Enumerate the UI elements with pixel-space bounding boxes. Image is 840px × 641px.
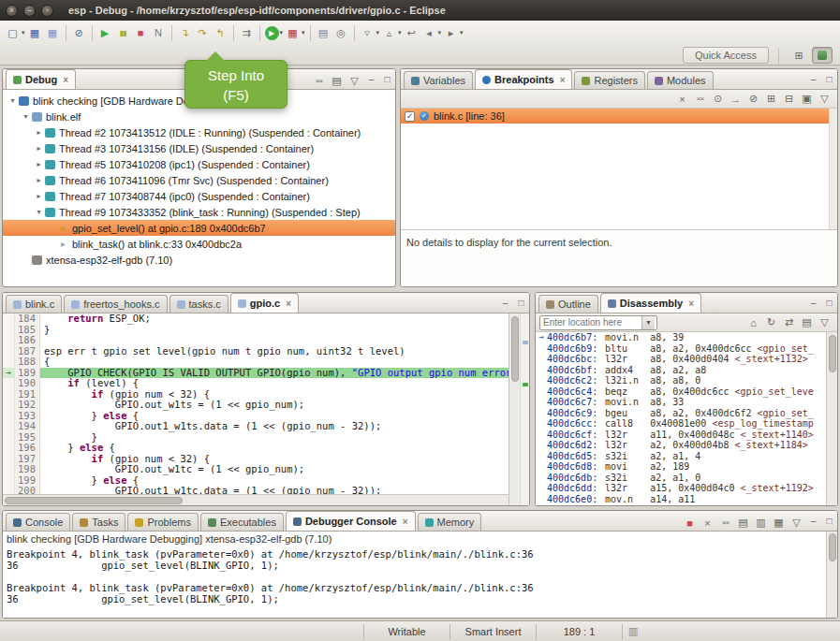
back-menu-icon[interactable]: ▾ [438,29,442,36]
step-return-icon[interactable]: ↰ [213,25,228,41]
sync-with-debug-context-icon[interactable]: ⇄ [781,314,797,330]
step-into-icon[interactable]: ↴ [177,25,193,41]
tree-expander-icon[interactable]: ▾ [7,96,19,105]
view-menu-icon[interactable]: ▽ [817,314,833,330]
instruction-stepping-icon[interactable]: ⇉ [239,25,255,41]
minimize-view-icon[interactable]: – [364,72,378,86]
code-line[interactable]: 198 GPIO.out_w1tc = (1 << gpio_num); [3,464,508,475]
scroll-lock-icon[interactable]: ▥ [753,515,769,531]
pin-console-icon[interactable]: ▦ [771,515,787,531]
remove-selected-breakpoints-icon[interactable]: × [674,91,690,107]
tab-outline[interactable]: Outline [538,295,598,313]
editor-vertical-scrollbar[interactable] [508,313,520,505]
debug-tree-item[interactable]: ▸Thread #7 1073408744 (ipc0) (Suspended … [3,188,395,204]
remove-launch-icon[interactable]: × [700,515,715,531]
view-menu-icon[interactable]: ▽ [346,73,362,89]
remove-all-breakpoints-icon[interactable]: ×× [692,91,708,107]
code-line[interactable]: 197 if (gpio_num < 32) { [3,454,508,465]
debug-tree-item[interactable]: ▸Thread #5 1073410208 (ipc1) (Suspended … [3,156,395,172]
breakpoints-scrollbar[interactable] [829,109,837,229]
disassembly-line[interactable]: 400dc6d8:movi a2, 189 [536,461,826,473]
close-tab-icon[interactable]: × [63,75,68,85]
tab-variables[interactable]: Variables [404,71,473,89]
next-annotation-menu-icon[interactable]: ▾ [376,29,380,36]
tab-registers[interactable]: Registers [574,71,644,89]
maximize-view-icon[interactable]: □ [822,296,836,310]
external-tools-menu-icon[interactable]: ▾ [302,29,305,36]
last-edit-location-icon[interactable]: ↩ [404,25,420,41]
link-with-debug-view-icon[interactable]: ▣ [799,91,815,107]
show-breakpoints-supported-icon[interactable]: ⊙ [710,91,726,107]
minimize-window-button[interactable]: – [23,5,36,17]
code-line[interactable]: 194 GPIO.out1_w1ts.data = (1 << (gpio_nu… [3,421,508,432]
tree-expander-icon[interactable]: ▸ [33,192,45,200]
debug-tree-item[interactable]: ▸Thread #2 1073413512 (IDLE : Running) (… [3,124,395,140]
open-perspective-icon[interactable]: ⊞ [788,47,809,64]
view-menu-icon[interactable]: ▽ [788,515,804,531]
close-window-button[interactable]: × [6,5,18,17]
disassembly-line[interactable]: 400dc6bc:l32r a8, 0x400d0404 <_stext+113… [536,354,826,365]
minimize-view-icon[interactable]: – [498,296,512,310]
disassembly-line[interactable]: 400dc6dd:l32r a15, 0x400d04c0 <_stext+11… [536,483,826,494]
disassembly-line[interactable]: 400dc6bf:addx4 a8, a2, a8 [536,365,826,376]
maximize-view-icon[interactable]: □ [822,514,836,528]
maximize-window-button[interactable]: ▫ [41,5,53,17]
disassembly-line[interactable]: 400dc6d5:s32i a2, a1, 4 [536,451,826,462]
location-input[interactable] [540,317,641,328]
disassembly-line[interactable]: 400dc6b9:bltu a8, a2, 0x400dc6cc <gpio_s… [536,343,826,355]
terminate-icon[interactable]: ■ [682,515,698,531]
close-tab-icon[interactable]: × [688,299,694,309]
maximize-view-icon[interactable]: □ [514,296,528,310]
disassembly-scrollbar[interactable] [826,332,837,505]
save-all-icon[interactable]: ▦ [45,25,61,41]
tab-blink-c[interactable]: blink.c [6,295,62,313]
tree-expander-icon[interactable]: ▾ [33,208,45,216]
minimize-view-icon[interactable]: – [806,296,820,310]
code-line[interactable]: 191 if (gpio_num < 32) { [3,389,508,401]
run-menu-icon[interactable]: ▾ [280,29,284,36]
tab-executables[interactable]: Executables [200,513,284,531]
code-line[interactable]: 193 } else { [3,411,508,422]
code-line[interactable]: 187esp_err_t gpio_set_level(gpio_num_t g… [3,346,508,357]
forward-menu-icon[interactable]: ▾ [460,29,464,36]
back-icon[interactable]: ◂ [421,25,437,41]
terminate-icon[interactable]: ■ [133,25,149,41]
tree-expander-icon[interactable]: ▾ [20,112,32,121]
tab-freertos-hooks-c[interactable]: freertos_hooks.c [64,295,167,313]
resume-icon[interactable]: ▶ [97,25,113,41]
quick-access-button[interactable]: Quick Access [683,47,769,64]
debug-tree-item[interactable]: ▸Thread #6 1073411096 (Tmr Svc) (Suspend… [3,172,395,188]
tab-memory[interactable]: Memory [418,513,482,531]
new-menu-icon[interactable]: ▾ [22,29,25,36]
code-line[interactable]: 196 } else { [3,443,508,454]
disassembly-line[interactable]: 400dc6c2:l32i.n a8, a8, 0 [536,375,826,386]
tree-expander-icon[interactable]: ▸ [33,144,45,153]
view-layout-icon[interactable]: ▤ [329,73,345,89]
previous-annotation-menu-icon[interactable]: ▾ [398,29,402,36]
view-menu-icon[interactable]: ▽ [817,91,833,107]
debug-tree-item[interactable]: ▸Thread #3 1073413156 (IDLE) (Suspended … [3,140,395,156]
location-dropdown-icon[interactable]: ▼ [641,316,655,329]
code-line[interactable]: 184 return ESP_OK; [3,313,508,325]
tab-debugger-console[interactable]: Debugger Console× [286,511,416,531]
skip-all-breakpoints-icon[interactable]: ⊘ [71,25,87,41]
breakpoint-checkbox[interactable]: ✓ [405,111,415,122]
console-scrollbar[interactable] [826,532,837,618]
disassembly-line[interactable]: 400dc6c4:beqz a8, 0x400dc6cc <gpio_set_l… [536,386,826,398]
maximize-view-icon[interactable]: □ [380,72,394,86]
disassembly-line[interactable]: 400dc6e0:mov.n a14, a11 [536,494,826,505]
disassembly-line[interactable]: 400dc6d2:l32r a2, 0x400d04b8 <_stext+118… [536,440,826,451]
close-tab-icon[interactable]: × [560,75,566,85]
search-icon[interactable]: ◎ [333,25,349,41]
run-icon[interactable]: ▶ [265,26,279,40]
location-combo[interactable]: ▼ [539,315,657,330]
collapse-all-icon[interactable]: ⊟ [781,91,797,107]
new-source-folder-icon[interactable]: ▤ [316,25,332,41]
close-tab-icon[interactable]: × [403,517,408,527]
tab-debug[interactable]: Debug× [6,69,76,89]
disassembly-line[interactable]: 400dc6cc:call8 0x40081e00 <esp_log_times… [536,418,826,430]
disassembly-line[interactable]: 400dc6cf:l32r a11, 0x400d048c <_stext+11… [536,430,826,441]
save-icon[interactable]: ▦ [27,25,43,41]
debug-tree-item[interactable]: ▸gpio_set_level() at gpio.c:189 0x400dc6… [3,220,395,236]
tab-problems[interactable]: Problems [127,513,198,531]
